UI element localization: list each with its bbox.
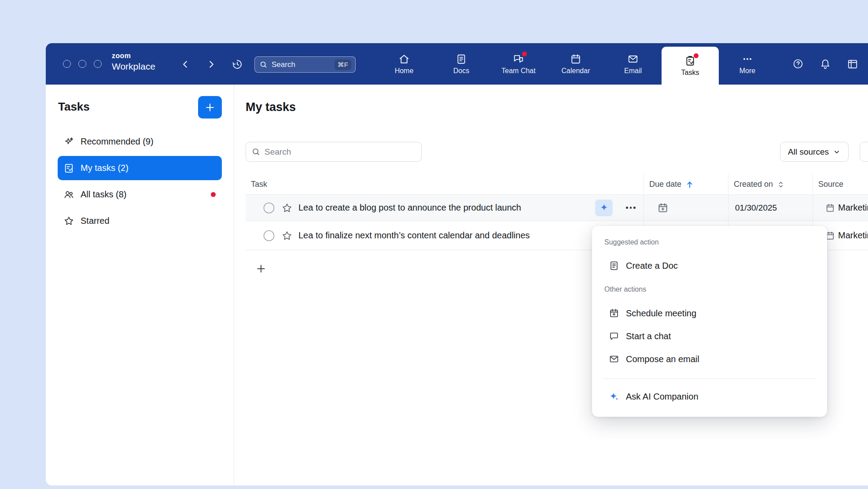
sidebar-list: Recommended (9) My tasks (2) All tasks (… bbox=[58, 130, 222, 235]
add-due-date-button[interactable] bbox=[657, 202, 669, 214]
chevron-down-icon bbox=[833, 148, 841, 156]
nav-label: Tasks bbox=[681, 69, 699, 77]
created-on-value: 01/30/2025 bbox=[735, 203, 777, 213]
add-task-inline-button[interactable] bbox=[255, 263, 267, 275]
sort-toggle-icon[interactable] bbox=[776, 180, 785, 189]
primary-nav: Home Docs Team Chat bbox=[375, 43, 776, 85]
column-header-source: Source bbox=[813, 174, 868, 194]
sidebar-item-label: All tasks (8) bbox=[81, 189, 126, 200]
nav-item-email[interactable]: Email bbox=[604, 43, 662, 85]
task-cell: Lea to finalize next month’s content cal… bbox=[246, 221, 644, 250]
sidebar-item-recommended[interactable]: Recommended (9) bbox=[58, 130, 222, 154]
people-icon bbox=[63, 189, 74, 200]
ai-sparkle-icon bbox=[600, 203, 609, 212]
task-title: Lea to create a blog post to announce th… bbox=[298, 203, 521, 213]
calendar-panel-icon[interactable] bbox=[847, 58, 858, 70]
add-task-button[interactable] bbox=[198, 96, 222, 119]
nav-label: Email bbox=[624, 67, 642, 75]
nav-label: Docs bbox=[453, 67, 469, 75]
ai-companion-button[interactable] bbox=[595, 200, 613, 216]
back-button[interactable] bbox=[180, 59, 191, 70]
window-control-dot[interactable] bbox=[63, 60, 71, 68]
menu-item-create-doc[interactable]: Create a Doc bbox=[592, 254, 827, 277]
menu-item-start-chat[interactable]: Start a chat bbox=[592, 325, 827, 348]
source-cell: Marketing bbox=[813, 195, 868, 221]
nav-item-more[interactable]: More bbox=[719, 43, 776, 85]
column-header-due-date[interactable]: Due date bbox=[644, 174, 728, 194]
sort-ascending-icon[interactable] bbox=[685, 180, 695, 189]
email-icon bbox=[627, 53, 639, 65]
docs-icon bbox=[456, 53, 467, 65]
sources-dropdown[interactable]: All sources bbox=[780, 142, 849, 162]
search-icon bbox=[259, 60, 268, 69]
sidebar-item-label: My tasks (2) bbox=[81, 163, 129, 173]
filter-button-partial[interactable] bbox=[860, 142, 868, 162]
nav-label: More bbox=[739, 67, 755, 75]
task-cell: Lea to create a blog post to announce th… bbox=[246, 195, 644, 221]
sidebar: Tasks Recommended (9) My tasks (2 bbox=[46, 85, 234, 485]
nav-label: Calendar bbox=[562, 67, 590, 75]
notification-dot bbox=[211, 192, 216, 197]
sidebar-item-starred[interactable]: Starred bbox=[58, 209, 222, 233]
sparkles-icon bbox=[63, 136, 74, 147]
task-title: Lea to finalize next month’s content cal… bbox=[298, 230, 530, 241]
sidebar-item-label: Recommended (9) bbox=[81, 137, 154, 147]
notification-dot bbox=[522, 52, 527, 56]
nav-item-team-chat[interactable]: Team Chat bbox=[490, 43, 547, 85]
search-input[interactable] bbox=[265, 147, 416, 157]
suggested-actions-popup: Suggested action Create a Doc Other acti… bbox=[592, 226, 827, 417]
menu-item-label: Compose an email bbox=[626, 354, 699, 364]
doc-icon bbox=[609, 260, 619, 271]
star-icon[interactable] bbox=[281, 230, 293, 241]
ai-companion-sparkle-icon bbox=[609, 391, 619, 402]
desktop-background: zoom Workplace bbox=[0, 0, 868, 489]
calendar-icon bbox=[570, 53, 581, 65]
forward-button[interactable] bbox=[206, 59, 217, 70]
history-button[interactable] bbox=[232, 59, 243, 70]
page-title: My tasks bbox=[246, 100, 296, 114]
more-ellipsis-icon bbox=[742, 53, 753, 65]
nav-item-calendar[interactable]: Calendar bbox=[547, 43, 604, 85]
calendar-plus-icon bbox=[609, 308, 619, 319]
header: zoom Workplace bbox=[46, 43, 868, 85]
nav-label: Team Chat bbox=[501, 67, 535, 75]
menu-item-ask-ai-companion[interactable]: Ask AI Companion bbox=[592, 385, 827, 408]
column-header-task: Task bbox=[246, 174, 644, 194]
global-search-label: Search bbox=[272, 60, 331, 69]
task-checkbox[interactable] bbox=[263, 230, 275, 242]
nav-label: Home bbox=[395, 67, 414, 75]
popup-divider bbox=[603, 378, 816, 379]
plus-icon bbox=[255, 263, 267, 275]
sidebar-item-label: Starred bbox=[81, 216, 110, 226]
logo-workplace-text: Workplace bbox=[112, 62, 155, 71]
task-search[interactable] bbox=[246, 142, 422, 162]
popup-section-label: Suggested action bbox=[592, 236, 827, 249]
help-icon[interactable] bbox=[792, 58, 804, 70]
menu-item-compose-email[interactable]: Compose an email bbox=[592, 348, 827, 370]
source-value: Marketing bbox=[838, 203, 868, 213]
column-header-created-on[interactable]: Created on bbox=[728, 174, 813, 194]
chevron-left-icon bbox=[180, 59, 191, 70]
global-search[interactable]: Search ⌘F bbox=[254, 56, 356, 73]
sidebar-item-my-tasks[interactable]: My tasks (2) bbox=[58, 156, 222, 180]
star-icon[interactable] bbox=[281, 202, 293, 214]
row-more-button[interactable] bbox=[624, 201, 637, 215]
nav-item-home[interactable]: Home bbox=[375, 43, 433, 85]
table-row[interactable]: Lea to create a blog post to announce th… bbox=[246, 195, 868, 221]
header-tray bbox=[792, 58, 858, 70]
sources-dropdown-label: All sources bbox=[788, 147, 829, 157]
history-clock-icon bbox=[232, 59, 243, 70]
plus-icon bbox=[204, 102, 216, 113]
popup-section-label: Other actions bbox=[592, 283, 827, 296]
task-list-check-icon bbox=[63, 163, 74, 174]
window-control-dot[interactable] bbox=[94, 60, 102, 68]
source-calendar-icon bbox=[825, 203, 835, 213]
menu-item-schedule-meeting[interactable]: Schedule meeting bbox=[592, 302, 827, 325]
bell-icon[interactable] bbox=[820, 58, 831, 70]
window-control-dot[interactable] bbox=[78, 60, 86, 68]
zoom-workplace-logo: zoom Workplace bbox=[112, 52, 155, 71]
nav-item-tasks[interactable]: Tasks bbox=[662, 47, 719, 85]
sidebar-item-all-tasks[interactable]: All tasks (8) bbox=[58, 182, 222, 207]
task-checkbox[interactable] bbox=[263, 202, 275, 214]
nav-item-docs[interactable]: Docs bbox=[433, 43, 490, 85]
